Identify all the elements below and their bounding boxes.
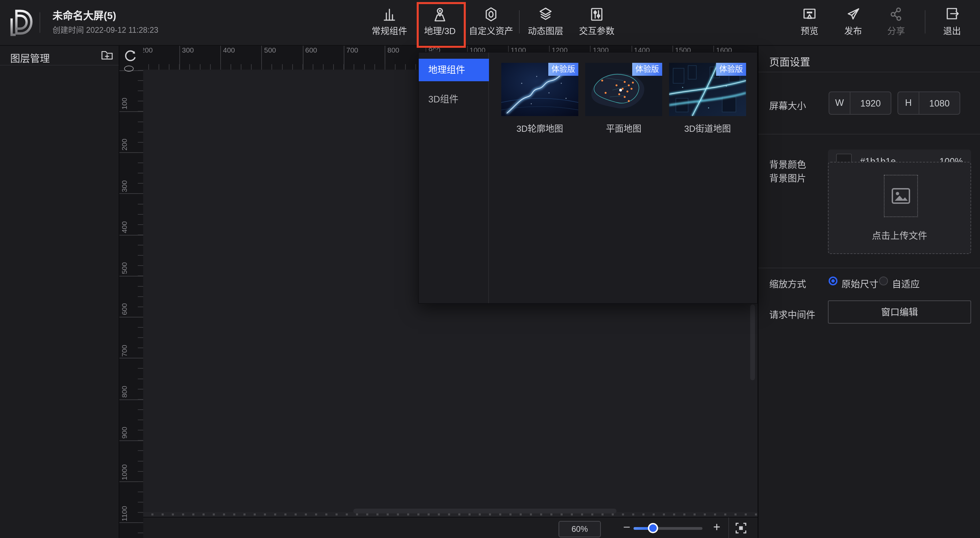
height-field[interactable]: H 1080 bbox=[897, 91, 960, 115]
add-folder-button[interactable] bbox=[101, 49, 113, 64]
component-label: 3D街道地图 bbox=[669, 121, 746, 134]
upload-hint-text: 点击上传文件 bbox=[829, 228, 970, 242]
vertical-scrollbar[interactable] bbox=[750, 305, 755, 380]
component-label: 平面地图 bbox=[585, 121, 662, 134]
component-item-flat-map[interactable]: 体验版 平面地图 bbox=[585, 63, 662, 134]
guide-toggle-icon[interactable] bbox=[124, 65, 134, 72]
radio-auto-fit[interactable] bbox=[879, 276, 888, 286]
preview-screen-icon bbox=[789, 6, 830, 22]
tab-geo-components[interactable]: 地理组件 bbox=[419, 59, 489, 81]
paper-plane-icon bbox=[833, 6, 873, 22]
panel-divider bbox=[758, 72, 980, 72]
width-field[interactable]: W 1920 bbox=[829, 91, 891, 115]
tab-3d-components[interactable]: 3D组件 bbox=[419, 88, 489, 110]
refresh-icon[interactable] bbox=[122, 48, 138, 67]
preview-button[interactable]: 预览 bbox=[789, 5, 830, 41]
zoom-slider[interactable] bbox=[633, 527, 702, 530]
height-field-prefix: H bbox=[898, 92, 919, 114]
page-settings-panel: 页面设置 屏幕大小 W 1920 H 1080 背景颜色 #1b1b1e 100… bbox=[758, 45, 980, 538]
header-divider-logo bbox=[40, 12, 40, 33]
panel-title: 页面设置 bbox=[769, 54, 810, 68]
nav-label: 交互参数 bbox=[570, 24, 624, 37]
trial-badge: 体验版 bbox=[632, 63, 662, 76]
width-field-value[interactable]: 1920 bbox=[850, 98, 891, 108]
bar-chart-icon bbox=[362, 6, 417, 22]
app-logo bbox=[7, 6, 35, 42]
header-bar: 未命名大屏(5) 创建时间 2022-09-12 11:28:23 常规组件 bbox=[0, 0, 980, 46]
radio-original-size[interactable] bbox=[829, 276, 837, 286]
nav-label: 地理/3D bbox=[413, 24, 467, 37]
layers-icon bbox=[518, 6, 573, 22]
width-field-prefix: W bbox=[829, 92, 850, 114]
geo-3d-dropdown-panel: 地理组件 3D组件 bbox=[418, 52, 758, 304]
ruler-vertical: 010020030040050060070080090010001100 bbox=[119, 70, 143, 538]
share-nodes-icon bbox=[876, 6, 916, 22]
panel-divider bbox=[758, 134, 980, 134]
screen-size-label: 屏幕大小 bbox=[769, 98, 806, 112]
nav-custom-assets[interactable]: 自定义资产 bbox=[461, 5, 521, 41]
dropdown-content: 体验版 3D轮廓地图 bbox=[489, 53, 757, 303]
canvas-status-bar: 60% − + bbox=[143, 517, 758, 538]
exit-button[interactable]: 退出 bbox=[932, 5, 972, 41]
document-created-time: 创建时间 2022-09-12 11:28:23 bbox=[52, 24, 158, 35]
height-field-value[interactable]: 1080 bbox=[919, 98, 959, 108]
trial-badge: 体验版 bbox=[548, 63, 578, 76]
radio-original-size-label[interactable]: 原始尺寸 bbox=[842, 276, 878, 290]
bg-image-label: 背景图片 bbox=[769, 171, 806, 184]
nav-geo-3d[interactable]: 地理/3D bbox=[413, 5, 467, 41]
window-edit-button[interactable]: 窗口编辑 bbox=[828, 300, 971, 324]
sidebar-title: 图层管理 bbox=[10, 51, 50, 65]
zoom-value-field[interactable]: 60% bbox=[558, 521, 601, 537]
zoom-out-button[interactable]: − bbox=[620, 520, 633, 535]
status-bar-divider bbox=[729, 517, 729, 538]
exit-icon bbox=[932, 6, 972, 22]
panel-divider bbox=[758, 268, 980, 268]
dropdown-notch bbox=[430, 48, 441, 53]
sidebar-divider bbox=[0, 65, 119, 65]
component-item-3d-outline-map[interactable]: 体验版 3D轮廓地图 bbox=[501, 63, 578, 134]
nav-label: 常规组件 bbox=[362, 24, 417, 37]
horizontal-scrollbar[interactable] bbox=[353, 509, 617, 513]
sliders-icon bbox=[570, 6, 624, 22]
bigscreen-editor: 未命名大屏(5) 创建时间 2022-09-12 11:28:23 常规组件 bbox=[0, 0, 980, 538]
nav-label: 动态图层 bbox=[518, 24, 573, 37]
dropdown-tab-list: 地理组件 3D组件 bbox=[419, 53, 489, 303]
action-label: 预览 bbox=[789, 24, 830, 37]
header-divider-actions bbox=[925, 10, 926, 34]
hexagon-asset-icon bbox=[461, 6, 521, 22]
nav-interaction-params[interactable]: 交互参数 bbox=[570, 5, 624, 41]
bg-color-label: 背景颜色 bbox=[769, 157, 806, 171]
scale-mode-label: 缩放方式 bbox=[769, 276, 806, 290]
nav-label: 自定义资产 bbox=[461, 24, 521, 37]
publish-button[interactable]: 发布 bbox=[833, 5, 873, 41]
component-item-3d-street-map[interactable]: 体验版 3D街道地图 bbox=[669, 63, 746, 134]
document-title: 未命名大屏(5) bbox=[52, 8, 116, 22]
share-button[interactable]: 分享 bbox=[876, 5, 916, 41]
zoom-slider-thumb[interactable] bbox=[648, 523, 658, 533]
action-label: 分享 bbox=[876, 24, 916, 37]
bg-image-upload-area[interactable]: 点击上传文件 bbox=[828, 162, 971, 254]
nav-dynamic-layers[interactable]: 动态图层 bbox=[518, 5, 573, 41]
map-pin-icon bbox=[413, 6, 467, 22]
component-label: 3D轮廓地图 bbox=[501, 121, 578, 134]
upload-placeholder-box bbox=[884, 175, 918, 217]
action-label: 发布 bbox=[833, 24, 873, 37]
zoom-in-button[interactable]: + bbox=[711, 520, 723, 535]
fit-to-screen-button[interactable] bbox=[735, 522, 747, 536]
layer-manager-sidebar: 图层管理 bbox=[0, 45, 119, 538]
nav-regular-components[interactable]: 常规组件 bbox=[362, 5, 417, 41]
trial-badge: 体验版 bbox=[716, 63, 746, 76]
radio-auto-fit-label[interactable]: 自适应 bbox=[892, 276, 920, 290]
middleware-label: 请求中间件 bbox=[769, 307, 815, 321]
action-label: 退出 bbox=[932, 24, 972, 37]
